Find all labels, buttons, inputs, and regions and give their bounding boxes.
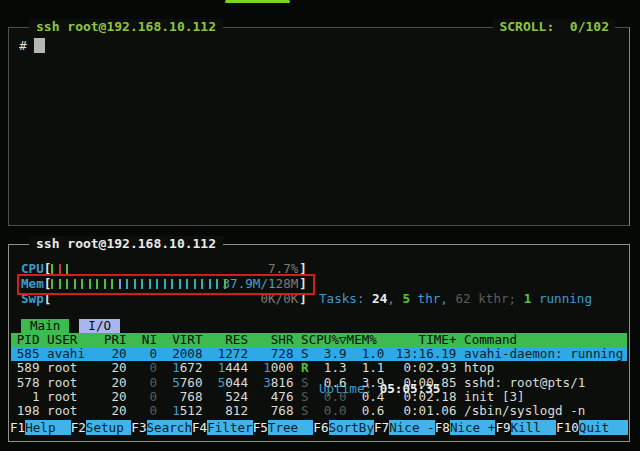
column-header-command[interactable]: Command (464, 333, 627, 347)
cell-command: init [3] (464, 390, 627, 404)
column-header-virt[interactable]: VIRT (157, 333, 202, 347)
cell-user: root (47, 361, 100, 375)
fn-key-label: F5 (253, 420, 268, 435)
column-header-mem%[interactable]: MEM% (347, 333, 385, 347)
cell-pid: 578 (13, 376, 40, 390)
fn-f5-tree[interactable]: F5Tree (253, 420, 314, 435)
fn-action-label: Search (147, 420, 193, 435)
cell-pid: 589 (13, 361, 40, 375)
tasks-line: Tasks: 24, 5 thr, 62 kthr; 1 running (319, 291, 592, 306)
cell-time: 13:16.19 (384, 347, 456, 361)
process-row-585[interactable]: 585avahi20020081272728S3.91.013:16.19ava… (11, 347, 627, 361)
tab-main[interactable]: Main (21, 319, 69, 333)
top-terminal-pane[interactable]: ssh root@192.168.10.112 SCROLL: 0/102 # (8, 27, 630, 226)
cell-time: 0:00.85 (384, 376, 456, 390)
process-row-1[interactable]: 1root200768524476S0.00.40:02.18init [3] (11, 390, 627, 404)
cell-pri: 20 (100, 404, 127, 418)
cell-shr: 1000 (248, 361, 293, 375)
fn-f7-nice[interactable]: F7Nice - (374, 420, 435, 435)
cell-cpu: 0.0 (309, 390, 347, 404)
cell-res: 1444 (203, 361, 248, 375)
fn-f10-quit[interactable]: F10Quit (556, 420, 628, 435)
cell-command: /sbin/syslogd -n (464, 404, 627, 418)
meter-tick (156, 279, 158, 289)
cell-res: 812 (203, 404, 248, 418)
fn-action-label: Help (25, 420, 71, 435)
meter-tick (201, 279, 203, 289)
cell-res: 524 (203, 390, 248, 404)
fn-action-label: Filter (207, 420, 253, 435)
fn-action-label: Quit (579, 420, 628, 435)
column-header-pid[interactable]: PID (13, 333, 40, 347)
meter-tick (66, 264, 68, 274)
process-row-198[interactable]: 198root2001512812768S0.00.60:01.06/sbin/… (11, 404, 627, 418)
scroll-indicator: SCROLL: 0/102 (493, 19, 615, 34)
cell-virt: 1672 (157, 361, 202, 375)
tasks-count: 24 (372, 291, 387, 306)
column-header-pri[interactable]: PRI (100, 333, 127, 347)
process-row-578[interactable]: 578root200576050443816S0.63.90:00.85sshd… (11, 376, 627, 390)
terminal-cursor (34, 38, 45, 53)
process-row-589[interactable]: 589root200167214441000R1.31.10:02.93htop (11, 361, 627, 375)
mem-meter-label: Mem (21, 276, 44, 291)
cell-shr: 476 (248, 390, 293, 404)
meter-tick (141, 279, 143, 289)
fn-f4-filter[interactable]: F4Filter (192, 420, 253, 435)
column-header-s[interactable]: S (293, 333, 308, 347)
cell-mem: 1.1 (347, 361, 385, 375)
meter-tick (164, 279, 166, 289)
cell-state: S (293, 347, 308, 361)
cell-pri: 20 (100, 361, 127, 375)
cell-cpu: 3.9 (309, 347, 347, 361)
fn-key-label: F3 (131, 420, 146, 435)
fn-key-label: F9 (495, 420, 510, 435)
mem-meter-used: 37.9M/1 (223, 277, 276, 290)
cpu-meter-bar: 7.7% (51, 262, 299, 275)
cell-mem: 0.6 (347, 404, 385, 418)
mem-meter: Mem[37.9M/128M] (21, 276, 307, 291)
cell-shr: 3816 (248, 376, 293, 390)
htop-view: CPU[7.7%] Mem[37.9M/128M] Swp[0K/0K] Tas… (9, 245, 629, 441)
fn-action-label: Setup (86, 420, 132, 435)
top-pane-title: ssh root@192.168.10.112 (29, 19, 223, 34)
fn-action-label: SortBy (329, 420, 375, 435)
fn-f3-search[interactable]: F3Search (131, 420, 192, 435)
column-header-res[interactable]: RES (203, 333, 248, 347)
meter-tick (149, 279, 151, 289)
column-header-time+[interactable]: TIME+ (384, 333, 456, 347)
fn-action-label: Tree (268, 420, 314, 435)
meter-tick (194, 279, 196, 289)
column-header-cpu%[interactable]: CPU%▽ (309, 333, 347, 347)
fn-f2-setup[interactable]: F2Setup (71, 420, 132, 435)
cell-cpu: 0.0 (309, 404, 347, 418)
fn-f1-help[interactable]: F1Help (10, 420, 71, 435)
cell-virt: 2008 (157, 347, 202, 361)
cell-cpu: 0.6 (309, 376, 347, 390)
cell-shr: 768 (248, 404, 293, 418)
cell-virt: 1512 (157, 404, 202, 418)
cell-pid: 1 (13, 390, 40, 404)
cell-time: 0:02.18 (384, 390, 456, 404)
column-header-user[interactable]: USER (47, 333, 100, 347)
function-key-bar: F1Help F2Setup F3SearchF4FilterF5Tree F6… (10, 420, 628, 435)
meter-tick (104, 279, 106, 289)
tab-io[interactable]: I/O (79, 319, 120, 333)
cell-time: 0:02.93 (384, 361, 456, 375)
column-header-shr[interactable]: SHR (248, 333, 293, 347)
swp-meter-value: 0K/0K (260, 292, 298, 305)
process-table: PIDUSERPRINIVIRTRESSHRSCPU%▽MEM%TIME+Com… (11, 333, 627, 418)
cell-pri: 20 (100, 347, 127, 361)
column-header-ni[interactable]: NI (127, 333, 157, 347)
fn-action-label: Kill (511, 420, 557, 435)
meter-tick (51, 279, 53, 289)
fn-f8-nice[interactable]: F8Nice + (435, 420, 496, 435)
cell-mem: 1.0 (347, 347, 385, 361)
bottom-terminal-pane[interactable]: ssh root@192.168.10.112 CPU[7.7%] Mem[37… (8, 244, 630, 442)
fn-f6-sortby[interactable]: F6SortBy (313, 420, 374, 435)
cell-command: htop (464, 361, 627, 375)
fn-f9-kill[interactable]: F9Kill (495, 420, 556, 435)
fn-key-label: F4 (192, 420, 207, 435)
cell-ni: 0 (127, 390, 157, 404)
process-table-header[interactable]: PIDUSERPRINIVIRTRESSHRSCPU%▽MEM%TIME+Com… (11, 333, 627, 347)
swp-meter-bar: 0K/0K (51, 292, 299, 305)
